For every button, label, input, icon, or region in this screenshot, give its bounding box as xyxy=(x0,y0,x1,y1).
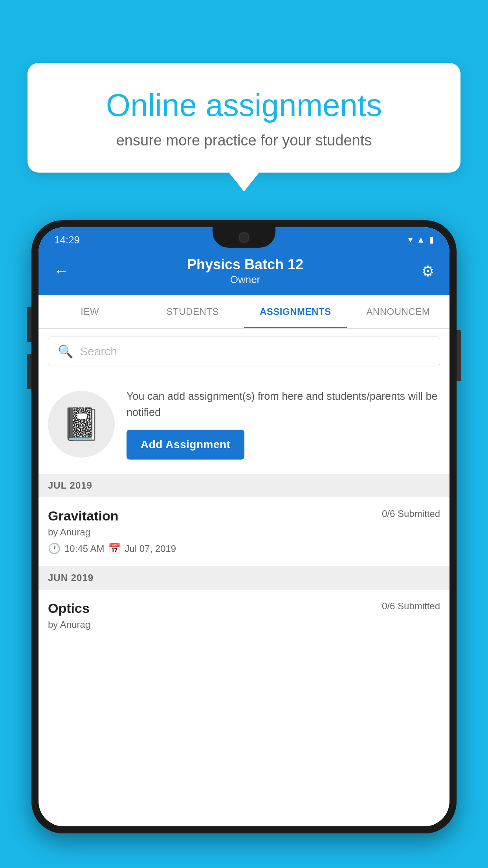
assignment-author-gravitation: by Anurag xyxy=(48,527,90,538)
battery-icon: ▮ xyxy=(429,235,434,245)
phone-outer: 14:29 ▾ ▲ ▮ ← Physics Batch 12 Owner ⚙ xyxy=(31,220,457,833)
assignment-promo-text: You can add assignment(s) from here and … xyxy=(127,388,440,420)
header-center: Physics Batch 12 Owner xyxy=(72,256,418,286)
promo-title: Online assignments xyxy=(55,86,433,124)
assignment-row-top: Gravitation 0/6 Submitted xyxy=(48,508,440,524)
clock-icon: 🕐 xyxy=(48,542,61,555)
assignment-author-optics: by Anurag xyxy=(48,619,90,630)
promo-subtitle: ensure more practice for your students xyxy=(55,132,433,149)
assignment-name-gravitation: Gravitation xyxy=(48,508,118,524)
add-assignment-button[interactable]: Add Assignment xyxy=(127,430,244,460)
search-bar[interactable]: 🔍 Search xyxy=(48,337,440,366)
front-camera xyxy=(238,232,250,243)
status-time: 14:29 xyxy=(54,234,80,246)
submitted-count-gravitation: 0/6 Submitted xyxy=(382,508,440,519)
assignment-row-top-optics: Optics 0/6 Submitted xyxy=(48,601,440,616)
power-button xyxy=(457,330,461,381)
assignment-date-gravitation: Jul 07, 2019 xyxy=(125,543,176,554)
submitted-count-optics: 0/6 Submitted xyxy=(382,601,440,612)
phone-screen: 14:29 ▾ ▲ ▮ ← Physics Batch 12 Owner ⚙ xyxy=(39,227,449,826)
assignment-item-gravitation[interactable]: Gravitation 0/6 Submitted by Anurag 🕐 10… xyxy=(39,497,449,566)
signal-icon: ▲ xyxy=(416,235,425,245)
phone-wrapper: 14:29 ▾ ▲ ▮ ← Physics Batch 12 Owner ⚙ xyxy=(31,220,457,868)
tab-iew[interactable]: IEW xyxy=(39,295,141,328)
assignment-detail-gravitation: 🕐 10:45 AM 📅 Jul 07, 2019 xyxy=(48,542,440,555)
assignment-name-optics: Optics xyxy=(48,601,90,616)
volume-up-button xyxy=(27,307,31,342)
assignment-promo-content: You can add assignment(s) from here and … xyxy=(127,388,440,460)
assignment-time-gravitation: 10:45 AM xyxy=(64,543,104,554)
search-placeholder: Search xyxy=(80,345,117,358)
promo-card: Online assignments ensure more practice … xyxy=(28,63,460,173)
assignment-icon-circle: 📓 xyxy=(48,391,115,458)
phone-notch xyxy=(213,227,275,248)
assignment-item-optics[interactable]: Optics 0/6 Submitted by Anurag xyxy=(39,590,449,646)
header-subtitle: Owner xyxy=(72,274,418,286)
search-container: 🔍 Search xyxy=(39,329,449,374)
header-title: Physics Batch 12 xyxy=(72,256,418,273)
back-button[interactable]: ← xyxy=(50,259,72,283)
volume-down-button xyxy=(27,354,31,389)
calendar-icon: 📅 xyxy=(108,542,121,555)
settings-button[interactable]: ⚙ xyxy=(418,259,438,283)
search-icon: 🔍 xyxy=(58,344,73,359)
tabs-bar: IEW STUDENTS ASSIGNMENTS ANNOUNCEM xyxy=(39,295,449,329)
section-header-jul: JUL 2019 xyxy=(39,474,449,497)
status-icons: ▾ ▲ ▮ xyxy=(408,235,434,245)
assignment-promo-section: 📓 You can add assignment(s) from here an… xyxy=(39,374,449,474)
tab-assignments[interactable]: ASSIGNMENTS xyxy=(244,295,347,328)
wifi-icon: ▾ xyxy=(408,235,413,245)
app-header: ← Physics Batch 12 Owner ⚙ xyxy=(39,249,449,295)
section-header-jun: JUN 2019 xyxy=(39,566,449,590)
tab-announcements[interactable]: ANNOUNCEM xyxy=(347,295,450,328)
tab-students[interactable]: STUDENTS xyxy=(141,295,244,328)
assignment-by-optics: by Anurag xyxy=(48,619,440,630)
assignment-notebook-icon: 📓 xyxy=(62,406,101,443)
assignment-by-gravitation: by Anurag xyxy=(48,527,440,538)
